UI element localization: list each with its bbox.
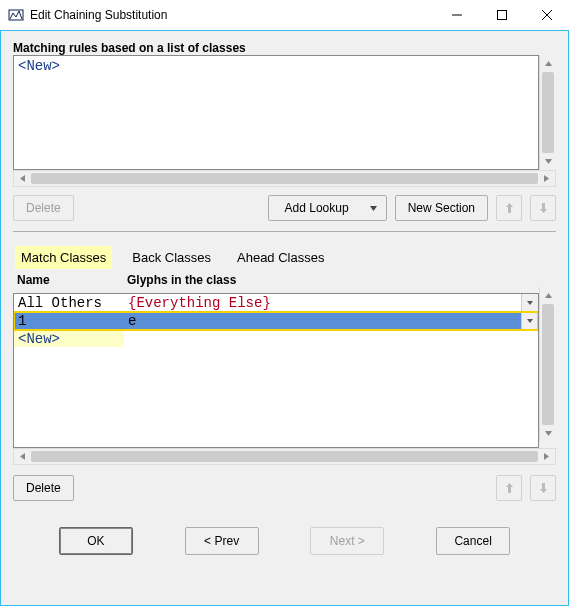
rules-scrollbar-vertical[interactable]: [539, 55, 556, 170]
column-header-glyphs: Glyphs in the class: [123, 273, 556, 287]
class-scrollbar-horizontal[interactable]: [13, 448, 556, 465]
client-area: Matching rules based on a list of classe…: [0, 30, 569, 606]
rules-new-item[interactable]: <New>: [14, 56, 538, 76]
cell-glyphs[interactable]: e: [124, 313, 521, 329]
scroll-down-icon[interactable]: [540, 425, 556, 442]
scroll-up-icon[interactable]: [540, 55, 556, 72]
move-class-down-button[interactable]: [530, 475, 556, 501]
scroll-thumb[interactable]: [542, 72, 554, 153]
row-dropdown-icon[interactable]: [521, 312, 538, 330]
class-tabs: Match Classes Back Classes Ahead Classes: [13, 242, 556, 273]
move-class-up-button[interactable]: [496, 475, 522, 501]
close-button[interactable]: [524, 0, 569, 30]
app-icon: [8, 7, 24, 23]
table-row-selected[interactable]: 1 e: [14, 312, 538, 330]
rules-label: Matching rules based on a list of classe…: [13, 41, 556, 55]
cancel-button[interactable]: Cancel: [436, 527, 510, 555]
divider: [13, 231, 556, 232]
minimize-button[interactable]: [434, 0, 479, 30]
class-toolbar: Delete: [13, 475, 556, 501]
add-lookup-label: Add Lookup: [285, 201, 349, 215]
class-table-body: All Others {Everything Else} 1 e <New>: [14, 294, 538, 348]
scroll-right-icon[interactable]: [538, 171, 555, 186]
scroll-thumb[interactable]: [31, 451, 538, 462]
move-up-button[interactable]: [496, 195, 522, 221]
dialog-footer: OK < Prev Next > Cancel: [13, 527, 556, 555]
move-down-button[interactable]: [530, 195, 556, 221]
delete-rule-button[interactable]: Delete: [13, 195, 74, 221]
scroll-left-icon[interactable]: [14, 171, 31, 186]
scroll-thumb[interactable]: [542, 304, 554, 425]
delete-class-button[interactable]: Delete: [13, 475, 74, 501]
row-dropdown-icon[interactable]: [521, 294, 538, 312]
tab-match-classes[interactable]: Match Classes: [15, 246, 112, 269]
chevron-down-icon: [369, 204, 378, 213]
new-section-button[interactable]: New Section: [395, 195, 488, 221]
cell-glyphs[interactable]: {Everything Else}: [124, 295, 521, 311]
window-controls: [434, 0, 569, 30]
class-scrollbar-vertical[interactable]: [539, 287, 556, 442]
prev-button[interactable]: < Prev: [185, 527, 259, 555]
table-row-new[interactable]: <New>: [14, 330, 538, 348]
svg-rect-2: [497, 11, 506, 20]
class-table-header: Name Glyphs in the class: [13, 273, 556, 287]
class-table[interactable]: All Others {Everything Else} 1 e <New>: [13, 293, 539, 448]
scroll-down-icon[interactable]: [540, 153, 556, 170]
tab-back-classes[interactable]: Back Classes: [126, 246, 217, 269]
window-title: Edit Chaining Substitution: [30, 8, 167, 22]
column-header-name: Name: [13, 273, 123, 287]
next-button[interactable]: Next >: [310, 527, 384, 555]
cell-name[interactable]: All Others: [14, 295, 124, 311]
ok-button[interactable]: OK: [59, 527, 133, 555]
cell-new[interactable]: <New>: [14, 331, 124, 347]
rules-toolbar: Delete Add Lookup New Section: [13, 195, 556, 221]
tab-ahead-classes[interactable]: Ahead Classes: [231, 246, 330, 269]
cell-name[interactable]: 1: [14, 313, 124, 329]
scroll-right-icon[interactable]: [538, 449, 555, 464]
add-lookup-dropdown[interactable]: Add Lookup: [268, 195, 387, 221]
scroll-left-icon[interactable]: [14, 449, 31, 464]
titlebar: Edit Chaining Substitution: [0, 0, 569, 30]
table-row[interactable]: All Others {Everything Else}: [14, 294, 538, 312]
rules-listbox[interactable]: <New>: [13, 55, 539, 170]
rules-scrollbar-horizontal[interactable]: [13, 170, 556, 187]
scroll-up-icon[interactable]: [540, 287, 556, 304]
scroll-thumb[interactable]: [31, 173, 538, 184]
maximize-button[interactable]: [479, 0, 524, 30]
